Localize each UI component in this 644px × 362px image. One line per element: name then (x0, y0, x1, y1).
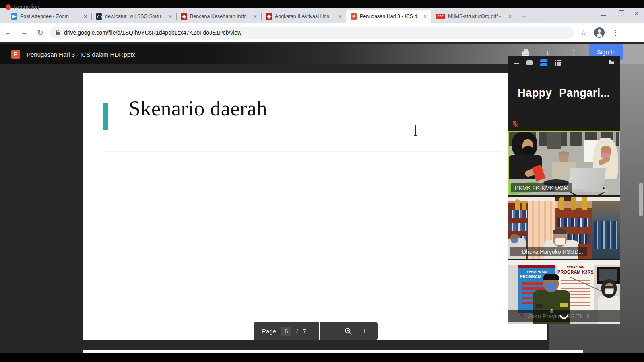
back-icon[interactable]: ← (0, 28, 16, 37)
slide-accent-bar (103, 103, 108, 130)
file-name: Penugasan Hari 3 - ICS dalam HDP.pptx (27, 51, 135, 58)
scene-face-shield (551, 229, 568, 243)
zoom-out-button[interactable]: − (330, 326, 335, 336)
tab-post-attendee[interactable]: Post Attendee - Zoom × (6, 10, 91, 23)
pdf-badge-icon: PDF (436, 14, 445, 19)
participant-name-label: Dheka Haryoko RSUD... (510, 247, 587, 256)
scene-poster-header (518, 265, 555, 268)
speaker-view-icon[interactable] (526, 60, 533, 65)
tab-close-icon[interactable]: × (252, 13, 259, 20)
tab-close-icon[interactable]: × (82, 13, 89, 20)
video-thumbnail-dheka[interactable]: Dheka Haryoko RSUD... (508, 197, 620, 259)
tab-strip: Post Attendee - Zoom × dewicatur_w | SSO… (0, 8, 644, 23)
scene-face (559, 154, 568, 163)
zoom-controls-bar: − + (320, 322, 378, 340)
whiteboard-title-line2: PROGRAM K3RS (557, 269, 594, 274)
tab-sso[interactable]: dewicatur_w | SSO Statu × (91, 10, 176, 23)
scene-black-mask (523, 146, 533, 154)
tab-close-icon[interactable]: × (506, 13, 514, 20)
slide-page: Skenario daerah (83, 73, 547, 340)
scene-trophy (571, 197, 576, 210)
scene-blue-mask (546, 283, 556, 291)
page-separator: / (296, 328, 298, 335)
active-speaker-name: Happy Pangari... (508, 87, 620, 99)
tabs: Post Attendee - Zoom × dewicatur_w | SSO… (0, 8, 644, 23)
browser-window: Post Attendee - Zoom × dewicatur_w | SSO… (0, 8, 644, 353)
mic-muted-icon (511, 120, 519, 128)
scene-laptop-screen (568, 168, 606, 190)
tab-label: Post Attendee - Zoom (20, 14, 79, 19)
browser-menu-icon[interactable]: ⋮ (612, 28, 619, 37)
page-label: Page (262, 328, 276, 335)
chevron-down-icon[interactable] (558, 315, 570, 320)
participant-name-label: PKMK FK-KMK UGM (511, 183, 572, 192)
recording-indicator: Recording (6, 4, 39, 10)
lock-icon (56, 32, 60, 35)
tab-penugasan-active[interactable]: Penugasan Hari 3 - ICS d × (346, 10, 431, 23)
letterbox-bar (0, 353, 644, 362)
zoom-camera-icon (11, 13, 17, 20)
browser-toolbar: ← → ↻ drive.google.com/file/d/1SQIh9YCsR… (0, 23, 644, 42)
panel-minimize-icon[interactable] (514, 63, 519, 64)
window-restore-icon[interactable] (618, 12, 622, 16)
scene-books (509, 223, 527, 231)
reload-icon[interactable]: ↻ (32, 28, 48, 37)
download-icon[interactable]: ↓ (546, 48, 550, 57)
zoom-in-button[interactable]: + (362, 326, 367, 336)
url-text[interactable]: drive.google.com/file/d/1SQIh9YCsR1d4pqk… (64, 29, 242, 36)
scrollbar-thumb[interactable] (639, 183, 643, 216)
total-pages: 7 (303, 328, 306, 335)
whiteboard-title-line1: TERAPKAN (557, 265, 594, 269)
tab-miims-pdf[interactable]: PDF MIIMS-strukturOrg.pdf - × (431, 10, 516, 23)
bookmark-star-icon[interactable]: ☆ (580, 28, 587, 37)
participant-name: Dheka Haryoko RSUD... (522, 249, 583, 255)
profile-avatar[interactable] (594, 27, 605, 38)
scene-books (509, 210, 527, 218)
tab-angkatan[interactable]: Angkatan II Aktivasi Hos × (261, 10, 346, 23)
pdf-reader-icon (181, 13, 187, 20)
new-tab-button[interactable]: + (518, 11, 530, 22)
popout-view-icon[interactable] (609, 60, 614, 64)
powerpoint-file-icon: P (11, 50, 20, 59)
forward-icon[interactable]: → (16, 28, 32, 37)
tab-label: Penugasan Hari 3 - ICS d (360, 14, 419, 19)
address-bar[interactable]: drive.google.com/file/d/1SQIh9YCsR1d4pqk… (50, 27, 574, 39)
strip-view-icon[interactable] (540, 59, 547, 67)
window-minimize-icon[interactable] (601, 15, 606, 16)
page-indicator-bar: Page 6 / 7 (254, 322, 319, 340)
scene-door (547, 132, 561, 149)
scene-hair (543, 274, 559, 280)
slide-title: Skenario daerah (129, 97, 267, 120)
recording-dot-icon (6, 4, 11, 10)
ugm-logo-icon (96, 13, 102, 20)
magnifier-icon[interactable] (344, 327, 353, 335)
scene-blue-mask (511, 239, 518, 243)
tab-close-icon[interactable]: × (336, 13, 344, 20)
text-cursor (413, 125, 417, 136)
next-page-edge (83, 350, 583, 353)
gallery-view-icon[interactable] (555, 60, 561, 66)
video-thumbnail-pkmk[interactable]: PKMK FK-KMK UGM (508, 131, 620, 195)
participant-name: PKMK FK-KMK UGM (515, 185, 568, 191)
scene-white-mask (605, 289, 613, 294)
scene-glasses (605, 286, 614, 288)
scene-books (557, 218, 590, 227)
powerpoint-file-icon (351, 13, 357, 20)
mic-muted-icon (519, 313, 525, 319)
scene-trophy (559, 197, 564, 210)
tab-label: Angkatan II Aktivasi Hos (275, 14, 334, 19)
window-close-icon[interactable]: × (634, 10, 638, 18)
scene-laptop-base (568, 189, 608, 192)
print-icon[interactable] (522, 51, 529, 56)
pdf-reader-icon (266, 13, 272, 20)
video-thumbnail-joko[interactable]: TERAPKAN PROGRAM K3RS TERAPKAN PROGRAM K… (508, 260, 620, 324)
tab-close-icon[interactable]: × (421, 13, 429, 20)
tab-close-icon[interactable]: × (167, 13, 174, 20)
zoom-meeting-panel: Happy Pangari... (508, 56, 620, 324)
scene-trophy (582, 197, 587, 210)
scene-badge (560, 303, 568, 307)
tab-label: MIIMS-strukturOrg.pdf - (448, 14, 504, 19)
current-page-field[interactable]: 6 (281, 327, 291, 336)
scene-patch (536, 304, 543, 308)
tab-bencana-kesehatan[interactable]: Bencana Kesehatan Indo × (176, 10, 261, 23)
